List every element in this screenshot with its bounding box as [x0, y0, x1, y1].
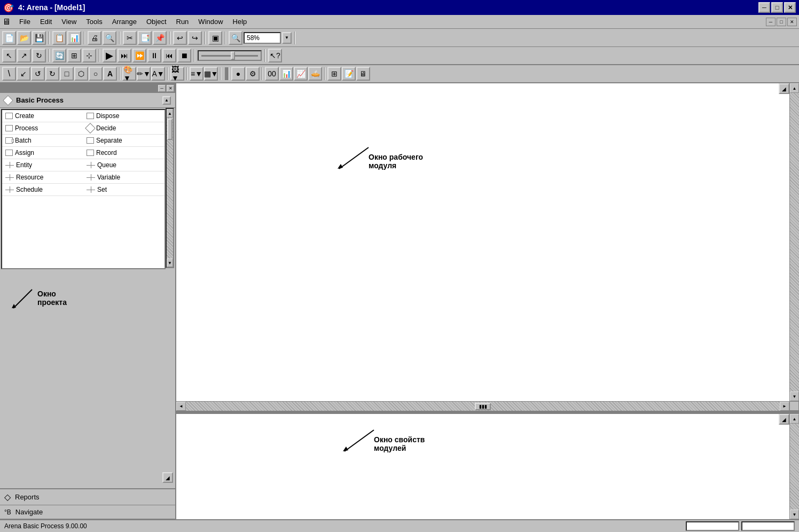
submenu-minimize[interactable]: ─ [766, 18, 776, 26]
undo-button[interactable]: ↩ [173, 31, 187, 45]
text-tool[interactable]: A [103, 67, 117, 81]
fast-forward-button[interactable]: ⏩ [132, 49, 146, 62]
zoom-dropdown[interactable]: ▼ [282, 32, 292, 44]
rect-tool[interactable]: □ [60, 67, 74, 81]
module-schedule[interactable]: Schedule [2, 184, 83, 196]
table-view-btn[interactable]: ⊞ [327, 67, 341, 81]
menu-object[interactable]: Object [142, 17, 171, 27]
module-batch[interactable]: Batch [2, 135, 83, 147]
print-button[interactable]: 🖨 [88, 31, 101, 45]
scroll-up-btn[interactable]: ▲ [162, 96, 171, 105]
panel-scroll-corner[interactable]: ◢ [162, 472, 173, 483]
counter-btn[interactable]: 00 [265, 67, 279, 81]
font-color[interactable]: A▼ [151, 67, 165, 81]
props-scroll-up[interactable]: ▲ [790, 414, 799, 424]
arc-tool2[interactable]: ↺ [31, 67, 45, 81]
entity-btn[interactable]: ⚙ [246, 67, 260, 81]
speed-slider[interactable] [198, 50, 262, 61]
minimize-button[interactable]: ─ [758, 2, 770, 13]
image-insert[interactable]: 🖼▼ [170, 67, 184, 81]
view-button[interactable]: ▣ [208, 31, 222, 45]
cursor-tool[interactable]: ↖? [268, 49, 282, 62]
fill-color[interactable]: 🎨▼ [122, 67, 136, 81]
module-record[interactable]: Record [83, 147, 164, 159]
module-entity[interactable]: Entity [2, 159, 83, 171]
new-button[interactable]: 📄 [2, 31, 16, 45]
template2-button[interactable]: 📊 [67, 31, 81, 45]
line-tool[interactable]: \ [2, 67, 16, 81]
menu-edit[interactable]: Edit [36, 17, 56, 27]
grid-button[interactable]: ⊞ [67, 49, 81, 62]
module-dispose[interactable]: Dispose [83, 110, 164, 122]
close-button[interactable]: ✕ [784, 2, 796, 13]
rewind-button[interactable]: ⏮ [162, 49, 176, 62]
canvas-scroll-top-right[interactable]: ◢ [779, 83, 789, 94]
cut-button[interactable]: ✂ [123, 31, 137, 45]
props-scroll-down[interactable]: ▼ [790, 510, 799, 519]
display-btn[interactable]: 🖥 [356, 67, 370, 81]
menu-help[interactable]: Help [229, 17, 252, 27]
nav-navigate[interactable]: °B Navigate [0, 505, 175, 519]
module-set[interactable]: Set [83, 184, 164, 196]
redo-button[interactable]: ↪ [188, 31, 202, 45]
canvas-hthumb[interactable]: ▮▮▮ [475, 403, 491, 410]
submenu-maximize[interactable]: □ [777, 18, 786, 26]
refresh-button[interactable]: 🔄 [52, 49, 66, 62]
canvas-area[interactable]: ◢ Окно рабочего модуля ▲ ▼ ◄ [176, 83, 799, 412]
module-assign[interactable]: Assign [2, 147, 83, 159]
module-queue[interactable]: Queue [83, 159, 164, 171]
snap-button[interactable]: ⊹ [82, 49, 96, 62]
module-separate[interactable]: Separate [83, 135, 164, 147]
paste-button[interactable]: 📌 [153, 31, 167, 45]
save-button[interactable]: 💾 [32, 31, 46, 45]
menu-run[interactable]: Run [172, 17, 193, 27]
maximize-button[interactable]: □ [771, 2, 783, 13]
arc-tool[interactable]: ↻ [32, 49, 46, 62]
arrow-tool1[interactable]: ↙ [17, 67, 30, 81]
props-corner-btn[interactable]: ◢ [779, 414, 789, 425]
module-variable[interactable]: Variable [83, 171, 164, 184]
pause-button[interactable]: ⏸ [147, 49, 161, 62]
stop-button[interactable]: ⏹ [177, 49, 191, 62]
canvas-scroll-left[interactable]: ◄ [176, 402, 186, 411]
find-button[interactable]: 🔍 [229, 31, 242, 45]
pointer-tool[interactable]: ↖ [2, 49, 16, 62]
line-style[interactable]: ≡▼ [190, 67, 203, 81]
canvas-scroll-up[interactable]: ▲ [790, 83, 799, 93]
simulation-btn[interactable]: ● [231, 67, 245, 81]
scroll-down-button[interactable]: ▼ [167, 259, 173, 267]
module-process[interactable]: Process [2, 122, 83, 135]
canvas-scroll-down[interactable]: ▼ [790, 392, 799, 401]
chart-bar-btn[interactable]: 📊 [279, 67, 293, 81]
module-create[interactable]: Create [2, 110, 83, 122]
scroll-up-button[interactable]: ▲ [167, 109, 173, 118]
panel-close-btn[interactable]: ✕ [167, 85, 174, 92]
chart-line-btn[interactable]: 📈 [294, 67, 308, 81]
print-preview-button[interactable]: 🔍 [103, 31, 116, 45]
menu-window[interactable]: Window [194, 17, 227, 27]
panel-minimize-btn[interactable]: ─ [158, 85, 166, 92]
menu-arrange[interactable]: Arrange [108, 17, 141, 27]
ellipse-tool[interactable]: ○ [89, 67, 103, 81]
run-button[interactable]: ▶ [103, 49, 116, 62]
scroll-thumb[interactable] [167, 119, 173, 140]
menu-view[interactable]: View [57, 17, 81, 27]
nav-reports[interactable]: ◇ Reports [0, 489, 175, 505]
menu-tools[interactable]: Tools [82, 17, 106, 27]
module-decide[interactable]: Decide [83, 122, 164, 135]
menu-file[interactable]: File [15, 17, 35, 27]
arc-tool3[interactable]: ↻ [45, 67, 59, 81]
fill-pattern[interactable]: ▦▼ [204, 67, 218, 81]
step-button[interactable]: ⏭ [118, 49, 131, 62]
text-out-btn[interactable]: 📝 [342, 67, 356, 81]
poly-tool[interactable]: ⬡ [74, 67, 88, 81]
submenu-close[interactable]: ✕ [787, 18, 797, 26]
template-button[interactable]: 📋 [52, 31, 66, 45]
open-button[interactable]: 📂 [17, 31, 31, 45]
canvas-scroll-right[interactable]: ► [780, 402, 789, 411]
connect-tool[interactable]: ↗ [17, 49, 31, 62]
line-color[interactable]: ✏▼ [137, 67, 151, 81]
copy-button[interactable]: 📑 [138, 31, 152, 45]
module-resource[interactable]: Resource [2, 171, 83, 184]
chart-pie-btn[interactable]: 🥧 [308, 67, 322, 81]
